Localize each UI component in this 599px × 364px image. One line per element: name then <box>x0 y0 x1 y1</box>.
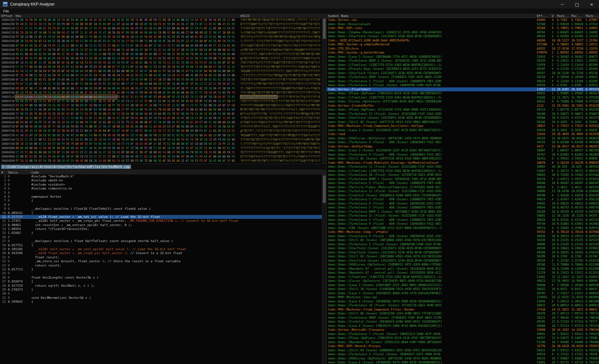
hex-row[interactable]: 30004800B801000000C204000F849B0000008BCF… <box>0 146 322 150</box>
symbol-row[interactable]: demo::Demo::[Turbulence 10 (fluid) (Scen… <box>327 173 599 177</box>
hex-row[interactable]: 30004530F30F11018BC1C3CC75E28B4D080F57C0… <box>0 82 322 86</box>
code-line[interactable]: 270.856974{ <box>0 280 322 283</box>
symbol-row[interactable]: demo::Demo::[Plane (OpPlane) {78824514-8… <box>327 91 599 96</box>
symbol-row[interactable]: Code::Vortex::CreateCBuffer11123129.5501… <box>327 104 599 108</box>
symbol-row[interactable]: demo::Demo::[Lava 6 (Scene) {8F8605B2-94… <box>327 299 599 304</box>
symbol-row[interactable]: demo::Demo::[Nanobots 07 - central pull … <box>327 267 599 271</box>
symbol-row[interactable]: Code::MVX::Machines::Freak_Component_Fil… <box>327 308 599 312</box>
symbol-row[interactable]: demo::Demo::[Starfield (Scene) {241356F3… <box>327 259 599 263</box>
symbol-row[interactable]: demo::Demo::[Turbulence 2 (fluid) (Scene… <box>327 242 599 247</box>
symbol-row[interactable]: demo::Demo::[Plane (OpPlane) {F122A428-C… <box>327 108 599 112</box>
code-line[interactable]: 130.90961 int resultInt = _mm_extract_ep… <box>0 223 322 227</box>
symbol-row[interactable]: Code::ITD_IPicture443521617.915817.91581… <box>327 47 599 51</box>
hex-row[interactable]: 30004680578BF98B75088B5D558BEC83EC185356… <box>0 112 322 116</box>
code-line[interactable]: 40#include <immintrin.h> <box>0 187 322 190</box>
code-scrollbar[interactable] <box>322 175 326 364</box>
symbol-row[interactable]: Code::MVX::Machines::Comp::`vftable'4555… <box>327 230 599 234</box>
symbol-row[interactable]: Code::Vortex::GetStartEdge44175246.95174… <box>327 144 599 149</box>
hex-scrollbar-thumb[interactable] <box>323 19 326 39</box>
symbol-row[interactable]: demo::Demo::[Turbulence 11 (fluid) (Scen… <box>327 112 599 116</box>
code-line[interactable]: 240.817713} <box>0 267 322 271</box>
symbol-row[interactable]: demo::Demo::[Turbulence 5 (fluid) - WIN … <box>327 218 599 222</box>
symbol-row[interactable]: Code::MVX::System::g_masterVolume4709701… <box>327 51 599 55</box>
code-line[interactable]: 100.889141{ <box>0 211 322 215</box>
symbol-row[interactable]: demo::Demo::[Turbulence DROP (Scene) {FC… <box>327 316 599 320</box>
symbol-row[interactable]: demo::Demo::[Lava 2 (Scene) {26AF3087-2C… <box>327 283 599 287</box>
menu-file[interactable]: File <box>0 9 12 13</box>
symbol-row[interactable]: demo::Demo::[Starfield (Scene) {241356F3… <box>327 34 599 38</box>
code-line[interactable]: 280.437159 return sqrtf( Vec3Dot( v, v )… <box>0 284 322 288</box>
symbol-row[interactable]: demo::Demo::[Still 04 (Scene) {68B0A9C4-… <box>327 348 599 353</box>
symbol-row[interactable]: demo::Demo::[Lava 6 (Scene) {8F8605B2-94… <box>327 360 599 364</box>
app-icon[interactable] <box>3 2 7 7</box>
symbol-row[interactable]: demo::Demo::[Still 10 (Scene) {C4982B40-… <box>327 287 599 291</box>
hex-row[interactable]: 300047100F849B0000008BCFFF50148BF085F678… <box>0 125 322 129</box>
code-line[interactable]: 10#include "VortexMath.h" <box>0 174 322 178</box>
code-line[interactable]: 110.557525 __m128 float_vector = _mm_set… <box>0 215 322 219</box>
symbol-row[interactable]: demo::Demo::[Starfield (Scene) {241356F3… <box>327 250 599 255</box>
hex-row[interactable]: 300043800F5905A8314730F30F1145EC8B45EC5D… <box>0 44 322 48</box>
symbol-row[interactable]: Code::Vortex::Matrix44::Transpose1584018… <box>327 328 599 332</box>
symbol-row[interactable]: demo::Demo::[Lava 3 (Scene) {E22A6919-22… <box>327 148 599 153</box>
hex-scrollbar[interactable] <box>322 18 326 163</box>
symbol-row[interactable]: demo::MVM::Machines::[mvx.eq]2246931612.… <box>327 295 599 299</box>
code-line[interactable]: 141.00954 return *(Float16*)&resultInt; <box>0 227 322 231</box>
hex-row[interactable]: 30004290558BEC83EC185356578BF98B75088B5D… <box>0 22 322 26</box>
symbol-row[interactable]: demo::Demo::[Turbulence 9 (fluid) - WIN … <box>327 140 599 144</box>
symbol-row[interactable]: demo::Demo::[Turbulence 2 (fluid) (Scene… <box>327 83 599 87</box>
symbol-row[interactable]: demo::Demo::[Turbulence 9 (fluid) - WIN … <box>327 153 599 157</box>
symbol-row[interactable]: demo::Demo::[Turbulence 9 (fluid) - WIN … <box>327 234 599 238</box>
symbol-row[interactable]: Code::MVX::DSP::Reverb::Process317762620… <box>327 344 599 348</box>
code-line[interactable]: 320.599042{ <box>0 300 322 304</box>
symbol-row[interactable]: demo::Demo::ResourceCount5256022.946282.… <box>327 22 599 26</box>
symbol-row[interactable]: demo::Demo::[Turbulence 7 (fluid) (Scene… <box>327 332 599 336</box>
symbol-row[interactable]: Code::MVX::Machines::Freak_Component_Osc… <box>327 124 599 128</box>
hex-row[interactable]: 30004410401C8945F48B460C85C0740C8B4DF851… <box>0 56 322 61</box>
symbol-row[interactable]: demo::Demo::[CNS (Scene) {6B2733BD-CC52-… <box>327 226 599 230</box>
hex-row[interactable]: 30004740401C8945F48B460C5F5E5B8BE55DC208… <box>0 129 322 133</box>
symbol-row[interactable]: demo::Demo::[(Timeline) {23DC77CD-5724-4… <box>327 275 599 279</box>
code-line[interactable]: 20#include <math.h> <box>0 178 322 182</box>
symbol-row[interactable]: demo::Demo::[Turbulence 10 (fluid) (Scen… <box>327 303 599 308</box>
maximize-button[interactable]: □ <box>570 0 584 8</box>
symbol-row[interactable]: demo::Demo::[(Timeline) {23DC77CD-5724-4… <box>327 169 599 173</box>
symbol-row[interactable]: demo::Demo::[Lava 4 (Scene) {7B61D1F4-29… <box>327 324 599 328</box>
code-line[interactable]: 260float Vec3Length( const Vector3& v ) <box>0 276 322 280</box>
hex-row[interactable]: 300044d05F5E5B8BE55DC208E83B14000083C404… <box>0 73 322 78</box>
symbol-row[interactable]: demo::Demo::[Credits2 (Scene) {E020AACA-… <box>327 193 599 198</box>
symbol-row[interactable]: demo::Demo::[Credits2 (Scene) {E020AACA-… <box>327 320 599 324</box>
hex-row[interactable]: 300045f0098B45FC83C00189C745FC00000000EB… <box>0 99 322 103</box>
close-button[interactable]: × <box>584 0 599 8</box>
hex-row[interactable]: 30004350E83B14000083C4045F5E5B8BE55DC208… <box>0 39 322 43</box>
symbol-row[interactable]: demo::Demo::[Precalc Wipe (Scene) {B2399… <box>327 67 599 71</box>
symbol-row[interactable]: demo::Demo::[Turbulence 11 (fluid) (Scen… <box>327 214 599 218</box>
symbol-row[interactable]: demo::Demo::[Turbulence DROP 2 (Scene) {… <box>327 59 599 63</box>
symbol-row[interactable]: demo::Demo::[Turbulence DROP 1 (Scene) {… <box>327 210 599 214</box>
symbol-row[interactable]: demo::Demo::[Plane (OpPlane) {78824514-8… <box>327 336 599 340</box>
code-line[interactable]: 70{ <box>0 199 322 203</box>
code-line[interactable]: 220 _mm_store_ss( &result, float_vector … <box>0 259 322 263</box>
hex-row[interactable]: 30004260F48B45F8894DF88B4D10C845F48B4E08… <box>0 18 322 22</box>
code-line[interactable]: 230 return result; <box>0 264 322 267</box>
symbol-row[interactable]: demo::Demo::[Starfield (Scene) {241356F3… <box>327 71 599 75</box>
symbol-row[interactable]: demo::Demo::[HSVCurves (OpTexture) {0FF4… <box>327 356 599 361</box>
file-path-item[interactable]: C:\Code\Conspiracy\Archon\Archon\VortexS… <box>1 165 131 169</box>
symbol-row[interactable]: demo::Demo::[Turbulence 5 (fluid) - WIN … <box>327 205 599 210</box>
hex-row[interactable]: 30004770A14831473050E88F8B0D2C9047308B01… <box>0 133 322 138</box>
symbol-row[interactable]: demo::Demo::[(Timeline) {23DC77CD-5724-4… <box>327 63 599 67</box>
symbol-row[interactable]: demo::Demo::[Turbulence 9 (fluid) - WIN … <box>327 222 599 226</box>
symbol-row[interactable]: Code::rand226442926.484526.48450.913259 <box>327 132 599 136</box>
code-scrollbar-thumb[interactable] <box>323 175 326 203</box>
code-line[interactable]: 250 <box>0 271 322 275</box>
code-line[interactable]: 30#include <cstdint> <box>0 183 322 187</box>
hex-row[interactable]: 300046b0F30F1045080F2F05C3CCCCCC558BEC51… <box>0 116 322 120</box>
symbol-row[interactable]: demo::Demo::[Curves (OpTexture) {FF7C380… <box>327 99 599 104</box>
code-line[interactable]: 190.585205 __m128i half_vector = _mm_set… <box>0 247 322 251</box>
symbol-row[interactable]: demo::Demo::[Nanobots 03 (Scene) {5FD1C2… <box>327 340 599 344</box>
symbol-row[interactable]: demo::Demo::[Turbulence 5 (fluid) - WIN … <box>327 79 599 83</box>
hex-row[interactable]: 300043e0B801000000C204008B0D2C9047308B01… <box>0 52 322 56</box>
symbol-row[interactable]: demo::Demo::[Turbulence 11 (fluid) (Scen… <box>327 189 599 193</box>
hex-row[interactable]: 30004470C745FC00000000EB098B45FC83C00189… <box>0 65 322 69</box>
code-line[interactable]: 151.02602} <box>0 231 322 235</box>
hex-row[interactable]: 30004890FF50148BF085F6784D10C845F48B4E08… <box>0 159 322 163</box>
